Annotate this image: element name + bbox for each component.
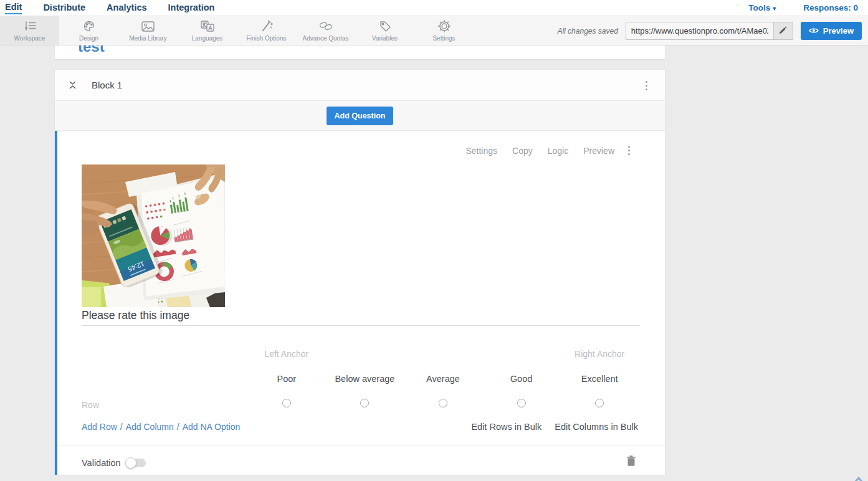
validation-toggle[interactable] <box>127 459 146 467</box>
toolbar-item-label: Settings <box>432 35 455 42</box>
edit-url-button[interactable] <box>773 22 793 39</box>
workspace-icon <box>23 20 37 33</box>
rating-radio[interactable] <box>282 399 291 407</box>
question-settings-link[interactable]: Settings <box>465 146 497 156</box>
toolbar-item-label: Advance Quotas <box>303 35 349 42</box>
question-preview-link[interactable]: Preview <box>583 146 614 156</box>
nav-tab-distribute[interactable]: Distribute <box>43 2 85 14</box>
validation-row: Validation <box>82 456 146 470</box>
toolbar-item-label: Finish Options <box>247 35 287 42</box>
question-text-underline <box>82 325 640 326</box>
toolbar-item-variables[interactable]: Variables <box>355 16 414 45</box>
nav-tabs: Edit Distribute Analytics Integration <box>0 2 214 14</box>
tag-icon <box>379 20 391 33</box>
rating-radio[interactable] <box>595 399 604 407</box>
eye-icon <box>809 26 819 36</box>
nav-tab-analytics[interactable]: Analytics <box>107 2 146 14</box>
toolbar-item-label: Languages <box>192 35 223 42</box>
survey-title[interactable]: test <box>78 45 105 55</box>
column-header[interactable]: Average <box>426 374 460 384</box>
block-card: Block 1 Add Question Settings Copy Logic… <box>55 70 665 475</box>
column-header[interactable]: Excellent <box>581 374 618 384</box>
right-anchor-input[interactable]: Right Anchor <box>575 349 624 359</box>
question-menu-icon[interactable] <box>626 143 632 158</box>
question-actions: Settings Copy Logic Preview <box>465 143 632 158</box>
add-na-option-link[interactable]: Add NA Option <box>183 422 241 432</box>
top-nav: Edit Distribute Analytics Integration To… <box>0 0 868 16</box>
add-question-bar: Add Question <box>55 101 665 131</box>
toolbar-item-label: Media Library <box>129 35 167 42</box>
toolbar: Workspace Design Media Library Languages… <box>0 16 868 45</box>
question-text[interactable]: Please rate this image <box>82 309 189 322</box>
toolbar-item-languages[interactable]: Languages <box>178 16 237 45</box>
rating-radio[interactable] <box>517 399 526 407</box>
footer-divider <box>57 445 665 445</box>
rating-radio[interactable] <box>439 399 447 407</box>
validation-label: Validation <box>82 458 121 468</box>
translate-icon <box>201 20 214 33</box>
column-header[interactable]: Poor <box>277 374 296 384</box>
block-menu-icon[interactable] <box>643 79 650 93</box>
link-separator: / <box>177 422 179 432</box>
radio-row <box>247 399 639 410</box>
toggle-knob <box>125 457 136 469</box>
toolbar-item-settings[interactable]: Settings <box>414 16 474 45</box>
row-column-links: Add Row/Add Column/Add NA Option <box>82 422 240 432</box>
edit-columns-bulk-link[interactable]: Edit Columns in Bulk <box>555 422 638 432</box>
nav-tab-integration[interactable]: Integration <box>168 2 215 14</box>
question-image[interactable]: 12:45 <box>82 164 225 307</box>
collapse-block-icon[interactable] <box>69 80 77 90</box>
add-column-link[interactable]: Add Column <box>126 422 174 432</box>
toolbar-item-label: Design <box>79 35 98 42</box>
question-card: Settings Copy Logic Preview <box>55 131 665 475</box>
bulk-links: Edit Rows in Bulk Edit Columns in Bulk <box>471 422 638 432</box>
delete-question-icon[interactable] <box>627 455 636 469</box>
toolbar-item-advance-quotas[interactable]: Advance Quotas <box>296 16 355 45</box>
tools-menu[interactable]: Tools▾ <box>748 3 776 12</box>
block-header: Block 1 <box>55 70 665 101</box>
column-headers: Poor Below average Average Good Excellen… <box>247 373 639 384</box>
column-header[interactable]: Good <box>510 374 532 384</box>
image-icon <box>141 20 155 33</box>
row-label-input[interactable]: Row <box>82 400 99 410</box>
preview-label: Preview <box>823 26 854 36</box>
toolbar-item-workspace[interactable]: Workspace <box>0 16 59 45</box>
tools-label: Tools <box>748 3 770 12</box>
pencil-icon <box>779 26 787 36</box>
toolbar-item-label: Workspace <box>14 35 45 42</box>
survey-url-input[interactable] <box>626 22 773 39</box>
anchor-row: Left Anchor Right Anchor <box>247 348 639 360</box>
question-logic-link[interactable]: Logic <box>548 146 568 156</box>
block-title[interactable]: Block 1 <box>92 80 122 90</box>
edit-rows-bulk-link[interactable]: Edit Rows in Bulk <box>471 422 541 432</box>
preview-button[interactable]: Preview <box>801 22 862 40</box>
toolbar-item-label: Variables <box>372 35 398 42</box>
survey-url-box <box>626 22 793 40</box>
column-header[interactable]: Below average <box>335 374 394 384</box>
responses-link[interactable]: Responses: 0 <box>803 3 858 12</box>
palette-icon <box>83 20 95 33</box>
nav-tab-edit[interactable]: Edit <box>5 2 22 14</box>
add-question-button[interactable]: Add Question <box>327 107 394 125</box>
link-separator: / <box>120 422 123 432</box>
toolbar-item-media-library[interactable]: Media Library <box>118 16 178 45</box>
question-copy-link[interactable]: Copy <box>512 146 533 156</box>
left-anchor-input[interactable]: Left Anchor <box>264 349 308 359</box>
save-status: All changes saved <box>557 27 618 36</box>
toolbar-item-finish-options[interactable]: Finish Options <box>237 16 296 45</box>
rating-radio[interactable] <box>360 399 369 407</box>
nav-right: Tools▾ Responses: 0 <box>748 3 868 12</box>
gear-icon <box>437 20 451 33</box>
toolbar-item-design[interactable]: Design <box>59 16 118 45</box>
caret-down-icon: ▾ <box>773 5 776 12</box>
magic-wand-icon <box>260 20 273 33</box>
add-row-link[interactable]: Add Row <box>82 422 117 432</box>
scroll-top-icon[interactable] <box>849 472 868 481</box>
survey-title-card: test <box>55 45 665 60</box>
chain-link-icon <box>319 20 333 33</box>
